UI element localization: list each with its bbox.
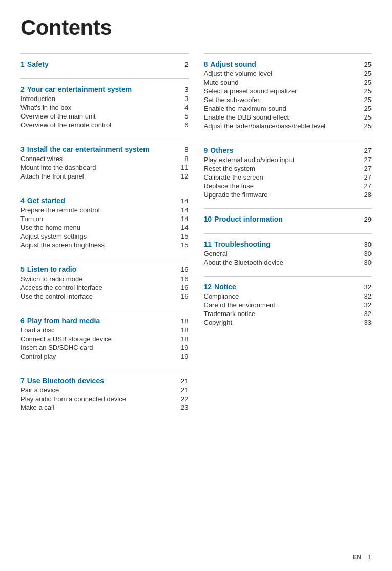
toc-item-label: Introduction bbox=[20, 95, 55, 103]
toc-item-page: 32 bbox=[364, 310, 372, 318]
toc-item-label: Mute sound bbox=[204, 78, 239, 86]
section-page: 8 bbox=[184, 146, 188, 153]
toc-item-page: 6 bbox=[184, 121, 188, 129]
toc-item-label: Compliance bbox=[204, 292, 239, 300]
toc-item-page: 18 bbox=[181, 326, 188, 334]
toc-item-label: Care of the environment bbox=[204, 301, 275, 309]
section: 4Get started14Prepare the remote control… bbox=[20, 194, 189, 254]
section-page: 2 bbox=[184, 61, 188, 68]
toc-item-page: 27 bbox=[364, 182, 372, 190]
toc-item: Adjust the volume level25 bbox=[204, 69, 372, 78]
toc-item-page: 22 bbox=[181, 395, 188, 403]
toc-item-page: 3 bbox=[184, 95, 188, 103]
section-title: 3Install the car entertainment system bbox=[20, 145, 150, 153]
section-title: 2Your car entertainment system bbox=[20, 85, 132, 93]
section-title-text: Others bbox=[210, 146, 233, 154]
toc-item-page: 30 bbox=[364, 250, 372, 258]
toc-item-page: 25 bbox=[364, 78, 372, 86]
toc-item-page: 33 bbox=[364, 319, 372, 326]
section-divider bbox=[20, 310, 189, 310]
section-page: 3 bbox=[184, 86, 188, 93]
toc-item-page: 5 bbox=[184, 112, 188, 120]
toc-item-page: 16 bbox=[181, 292, 188, 300]
section-page: 29 bbox=[364, 215, 372, 223]
toc-item-page: 4 bbox=[184, 104, 188, 111]
toc-item-page: 27 bbox=[364, 165, 372, 172]
section: 10Product information29 bbox=[204, 213, 372, 229]
toc-item: Pair a device21 bbox=[20, 386, 189, 395]
toc-item-page: 27 bbox=[364, 156, 372, 164]
section-number: 12 bbox=[204, 283, 212, 291]
toc-item: Access the control interface16 bbox=[20, 283, 189, 292]
toc-item: Compliance32 bbox=[204, 292, 372, 301]
section-title: 11Troubleshooting bbox=[204, 240, 271, 248]
section-header: 5Listen to radio16 bbox=[20, 263, 189, 273]
section-page: 32 bbox=[364, 283, 372, 291]
toc-container: 1Safety22Your car entertainment system3I… bbox=[20, 49, 372, 417]
toc-item-label: Adjust system settings bbox=[20, 232, 87, 240]
section-number: 1 bbox=[20, 60, 25, 68]
toc-item-page: 14 bbox=[181, 206, 188, 214]
toc-item: Replace the fuse27 bbox=[204, 182, 372, 190]
section: 11Troubleshooting30General30About the Bl… bbox=[204, 238, 372, 272]
section-header: 12Notice32 bbox=[204, 281, 372, 291]
toc-item: Trademark notice32 bbox=[204, 309, 372, 318]
section-title-text: Use Bluetooth devices bbox=[27, 377, 104, 385]
section-divider bbox=[204, 233, 372, 234]
toc-item-label: Set the sub-woofer bbox=[204, 96, 260, 104]
toc-item: Calibrate the screen27 bbox=[204, 173, 372, 182]
section-number: 7 bbox=[20, 377, 25, 385]
section-number: 10 bbox=[204, 215, 212, 223]
toc-item: Connect wires8 bbox=[20, 154, 189, 163]
toc-item-label: Enable the maximum sound bbox=[204, 105, 286, 112]
toc-item: Control play19 bbox=[20, 352, 189, 361]
toc-item-label: Reset the system bbox=[204, 165, 255, 172]
section-title-text: Get started bbox=[27, 196, 65, 205]
toc-item-page: 12 bbox=[181, 172, 188, 180]
section-title: 9Others bbox=[204, 146, 234, 154]
section-title: 4Get started bbox=[20, 196, 65, 205]
toc-item-label: Adjust the fader/balance/bass/treble lev… bbox=[204, 122, 326, 130]
toc-item-label: Adjust the volume level bbox=[204, 70, 273, 77]
section-title-text: Safety bbox=[27, 60, 49, 68]
section-divider bbox=[20, 139, 189, 139]
toc-item: Insert an SD/SDHC card19 bbox=[20, 343, 189, 352]
toc-item: What's in the box4 bbox=[20, 103, 189, 112]
toc-item-page: 8 bbox=[184, 155, 188, 163]
toc-item-page: 32 bbox=[364, 292, 372, 300]
section-page: 30 bbox=[364, 241, 372, 248]
toc-item-label: Overview of the main unit bbox=[20, 112, 96, 120]
toc-item: Load a disc18 bbox=[20, 326, 189, 334]
footer-page: 1 bbox=[368, 554, 372, 561]
section-divider bbox=[20, 370, 189, 370]
toc-item: Care of the environment32 bbox=[204, 301, 372, 309]
toc-item-label: Enable the DBB sound effect bbox=[204, 113, 290, 121]
toc-item: Adjust the screen brightness15 bbox=[20, 241, 189, 249]
section-divider bbox=[204, 140, 372, 140]
toc-item: Play external audio/video input27 bbox=[204, 155, 372, 164]
toc-item-page: 14 bbox=[181, 215, 188, 223]
section-divider bbox=[204, 276, 372, 277]
toc-item-label: About the Bluetooth device bbox=[204, 259, 283, 266]
toc-item-label: Trademark notice bbox=[204, 310, 256, 318]
toc-item-label: Play audio from a connected device bbox=[20, 395, 126, 403]
toc-item-page: 19 bbox=[181, 352, 188, 360]
toc-item: General30 bbox=[204, 249, 372, 258]
section: 3Install the car entertainment system8Co… bbox=[20, 143, 189, 186]
page-title: Contents bbox=[20, 15, 372, 40]
toc-item: Prepare the remote control14 bbox=[20, 206, 189, 214]
section-header: 3Install the car entertainment system8 bbox=[20, 143, 189, 153]
section-page: 16 bbox=[181, 266, 188, 273]
toc-item-page: 19 bbox=[181, 344, 188, 351]
section-title-text: Listen to radio bbox=[27, 265, 76, 273]
section-divider bbox=[20, 78, 189, 79]
section-title-text: Install the car entertainment system bbox=[27, 145, 150, 153]
section-title: 1Safety bbox=[20, 60, 49, 68]
toc-item: Attach the front panel12 bbox=[20, 172, 189, 181]
toc-item-label: Select a preset sound equalizer bbox=[204, 87, 297, 95]
section-divider bbox=[204, 53, 372, 54]
toc-item: Overview of the main unit5 bbox=[20, 112, 189, 121]
section-page: 18 bbox=[181, 317, 188, 325]
toc-item-page: 15 bbox=[181, 241, 188, 249]
section: 6Play from hard media18Load a disc18Conn… bbox=[20, 314, 189, 366]
